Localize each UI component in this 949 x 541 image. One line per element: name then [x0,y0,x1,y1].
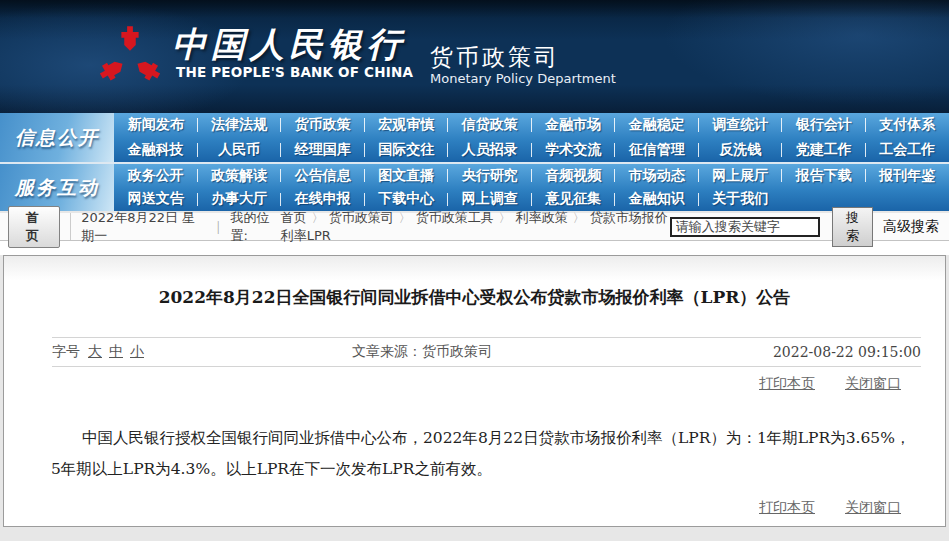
nav-item[interactable]: 征信管理 [615,138,699,163]
home-button[interactable]: 首 页 [8,206,60,248]
divider: ｜ [212,218,225,236]
nav-item[interactable]: 人民币 [198,138,282,163]
nav-item[interactable]: 工会工作 [866,138,949,163]
article-body: 中国人民银行授权全国银行间同业拆借中心公布，2022年8月22日贷款市场报价利率… [51,423,919,485]
crumb-separator-icon: 〉 [499,211,511,225]
current-date: 2022年8月22日 星期一 [81,209,206,245]
bank-name-en: THE PEOPLE'S BANK OF CHINA [176,64,413,80]
nav-item[interactable]: 党建工作 [782,138,866,163]
nav-item[interactable]: 关于我们 [699,188,783,212]
nav-item[interactable]: 法律法规 [198,113,282,138]
crumb-link[interactable]: 货币政策司 [329,210,394,225]
nav-item[interactable]: 金融科技 [114,138,198,163]
nav-section-grid: 政务公开政策解读公告信息图文直播央行研究音频视频市场动态网上展厅报告下载报刊年鉴… [114,164,949,211]
department-name-en: Monetary Policy Department [430,71,616,86]
nav-empty-cell [866,188,949,212]
crumb-link[interactable]: 利率政策 [516,210,568,225]
nav-item[interactable]: 报刊年鉴 [866,164,949,188]
font-size-link[interactable]: 大 [88,343,102,359]
nav-section: 服务互动政务公开政策解读公告信息图文直播央行研究音频视频市场动态网上展厅报告下载… [0,162,949,211]
search-button[interactable]: 搜索 [832,207,873,247]
nav-item[interactable]: 办事大厅 [198,188,282,212]
nav-item[interactable]: 银行会计 [782,113,866,138]
nav-item[interactable]: 支付体系 [866,113,949,138]
nav-item[interactable]: 央行研究 [448,164,532,188]
article-card: 2022年8月22日全国银行间同业拆借中心受权公布贷款市场报价利率（LPR）公告… [3,255,946,527]
location-label: 我的位置: [231,209,281,245]
home-button-wrap: 首 页 [0,213,71,240]
article-timestamp: 2022-08-22 09:15:00 [773,344,921,360]
nav-item[interactable]: 新闻发布 [114,113,198,138]
nav-item[interactable]: 网上调查 [448,188,532,212]
crumb-separator-icon: 〉 [312,211,324,225]
nav-item[interactable]: 在线申报 [281,188,365,212]
nav-item[interactable]: 金融知识 [615,188,699,212]
nav-item[interactable]: 网送文告 [114,188,198,212]
nav-item[interactable]: 经理国库 [281,138,365,163]
nav-section-label: 服务互动 [0,164,114,211]
breadcrumb-bar: 首 页 2022年8月22日 星期一 ｜ 我的位置: 首页〉货币政策司〉货币政策… [0,213,949,241]
breadcrumb: 首页〉货币政策司〉货币政策工具〉利率政策〉贷款市场报价利率LPR [281,209,670,245]
font-size-link[interactable]: 小 [130,343,144,359]
crumb-link[interactable]: 首页 [281,210,307,225]
font-size-link[interactable]: 中 [109,343,123,359]
nav-section-grid: 新闻发布法律法规货币政策宏观审慎信贷政策金融市场金融稳定调查统计银行会计支付体系… [114,113,949,162]
nav-item[interactable]: 金融市场 [532,113,616,138]
nav-item[interactable]: 宏观审慎 [365,113,449,138]
nav-item[interactable]: 图文直播 [365,164,449,188]
print-page-link[interactable]: 打印本页 [759,499,815,517]
crumb-link[interactable]: 货币政策工具 [416,210,494,225]
print-page-link[interactable]: 打印本页 [759,375,815,393]
nav-item[interactable]: 反洗钱 [699,138,783,163]
crumb-separator-icon: 〉 [399,211,411,225]
article-meta-row: 字号 大中小 文章来源：货币政策司 2022-08-22 09:15:00 [52,337,921,367]
article-source: 文章来源：货币政策司 [352,343,492,361]
source-value: 货币政策司 [422,343,492,359]
close-window-link[interactable]: 关闭窗口 [845,499,901,517]
font-size-links: 大中小 [88,343,151,361]
department-name-zh: 货币政策司 [430,42,560,73]
nav-item[interactable]: 人员招录 [448,138,532,163]
nav-item[interactable]: 报告下载 [782,164,866,188]
pboc-logo-icon [94,21,166,95]
nav-item[interactable]: 学术交流 [532,138,616,163]
nav-item[interactable]: 音频视频 [532,164,616,188]
bank-name-zh: 中国人民银行 [172,22,406,68]
nav-item[interactable]: 市场动态 [615,164,699,188]
search-input[interactable] [670,217,820,237]
article-actions-bottom: 打印本页 关闭窗口 [4,499,901,517]
article-title: 2022年8月22日全国银行间同业拆借中心受权公布贷款市场报价利率（LPR）公告 [4,286,945,309]
crumb-separator-icon: 〉 [573,211,585,225]
close-window-link[interactable]: 关闭窗口 [845,375,901,393]
nav-item[interactable]: 政策解读 [198,164,282,188]
nav-item[interactable]: 货币政策 [281,113,365,138]
nav-item[interactable]: 信贷政策 [448,113,532,138]
nav-item[interactable]: 下载中心 [365,188,449,212]
nav-section-label: 信息公开 [0,113,114,162]
nav-empty-cell [782,188,866,212]
nav-item[interactable]: 网上展厅 [699,164,783,188]
nav-item[interactable]: 政务公开 [114,164,198,188]
nav-item[interactable]: 金融稳定 [615,113,699,138]
main-navigation: 信息公开新闻发布法律法规货币政策宏观审慎信贷政策金融市场金融稳定调查统计银行会计… [0,113,949,213]
nav-item[interactable]: 调查统计 [699,113,783,138]
nav-item[interactable]: 公告信息 [281,164,365,188]
site-header: 中国人民银行 THE PEOPLE'S BANK OF CHINA 货币政策司 … [0,0,949,113]
source-label: 文章来源： [352,343,422,359]
nav-item[interactable]: 意见征集 [532,188,616,212]
nav-item[interactable]: 国际交往 [365,138,449,163]
article-actions-top: 打印本页 关闭窗口 [4,375,901,393]
advanced-search-link[interactable]: 高级搜索 [883,218,939,236]
font-size-label: 字号 [52,343,80,361]
nav-section: 信息公开新闻发布法律法规货币政策宏观审慎信贷政策金融市场金融稳定调查统计银行会计… [0,113,949,162]
